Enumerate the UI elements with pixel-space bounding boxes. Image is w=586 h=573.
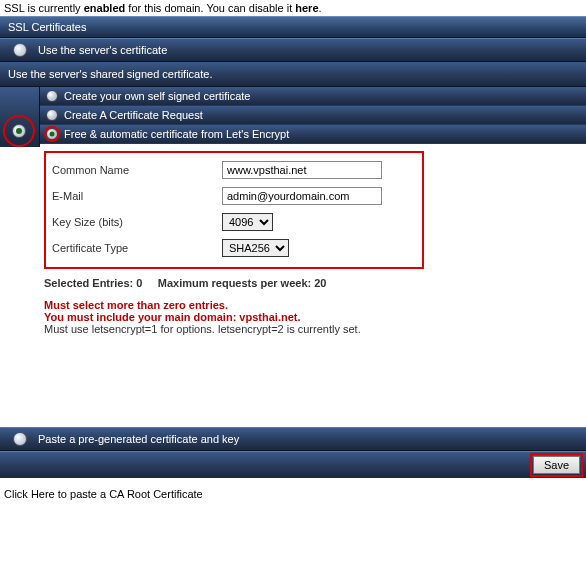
row-keysize: Key Size (bits) 4096 [52,209,416,235]
create-cert-options: Create your own self signed certificate … [40,87,586,147]
use-server-cert-label: Use the server's certificate [38,44,167,56]
row-common-name: Common Name [52,157,416,183]
cert-type-select[interactable]: SHA256 [222,239,289,257]
common-name-label: Common Name [52,164,222,176]
option-paste-cert[interactable]: Paste a pre-generated certificate and ke… [0,427,586,451]
max-value: 20 [314,277,326,289]
csr-label: Create A Certificate Request [64,109,203,121]
radio-icon[interactable] [12,124,26,138]
option-use-server-cert[interactable]: Use the server's certificate [0,38,586,62]
selected-max-line: Selected Entries: 0 Maximum requests per… [44,277,576,289]
letsencrypt-form: Common Name E-Mail Key Size (bits) 4096 … [44,151,424,269]
option-self-signed[interactable]: Create your own self signed certificate [40,87,586,106]
use-server-cert-desc: Use the server's shared signed certifica… [0,62,586,87]
ssl-status-line: SSL is currently enabled for this domain… [0,0,586,16]
info-block: Selected Entries: 0 Maximum requests per… [0,271,586,341]
create-cert-radio-col [0,87,40,147]
ssl-certificates-header: SSL Certificates [0,16,586,38]
radio-cell [6,432,34,446]
radio-icon[interactable] [46,128,58,140]
status-prefix: SSL is currently [4,2,84,14]
email-label: E-Mail [52,190,222,202]
paste-cert-label: Paste a pre-generated certificate and ke… [38,433,239,445]
keysize-select[interactable]: 4096 [222,213,273,231]
row-email: E-Mail [52,183,416,209]
radio-icon[interactable] [13,432,27,446]
radio-cell [6,43,34,57]
radio-icon[interactable] [13,43,27,57]
status-state: enabled [84,2,126,14]
radio-icon[interactable] [46,109,58,121]
create-cert-section: Create your own self signed certificate … [0,87,586,147]
status-suffix: . [319,2,322,14]
row-cert-type: Certificate Type SHA256 [52,235,416,261]
ca-root-link[interactable]: Click Here to paste a CA Root Certificat… [0,478,586,510]
cert-type-label: Certificate Type [52,242,222,254]
radio-icon[interactable] [46,90,58,102]
radio-highlight-ring [3,115,35,147]
error-main-domain: You must include your main domain: vpsth… [44,311,576,323]
disable-here-link[interactable]: here [295,2,318,14]
letsencrypt-label: Free & automatic certificate from Let's … [64,128,289,140]
selected-label: Selected Entries: [44,277,136,289]
option-letsencrypt[interactable]: Free & automatic certificate from Let's … [40,125,586,144]
max-label: Maximum requests per week: [158,277,315,289]
status-middle: for this domain. You can disable it [125,2,295,14]
email-input[interactable] [222,187,382,205]
spacer [0,341,586,427]
option-csr[interactable]: Create A Certificate Request [40,106,586,125]
save-button[interactable]: Save [533,456,580,474]
self-signed-label: Create your own self signed certificate [64,90,250,102]
keysize-label: Key Size (bits) [52,216,222,228]
error-zero-entries: Must select more than zero entries. [44,299,576,311]
common-name-input[interactable] [222,161,382,179]
header-title: SSL Certificates [8,21,86,33]
letsencrypt-note: Must use letsencrypt=1 for options. lets… [44,323,576,335]
footer-bar: Save [0,451,586,478]
selected-value: 0 [136,277,142,289]
